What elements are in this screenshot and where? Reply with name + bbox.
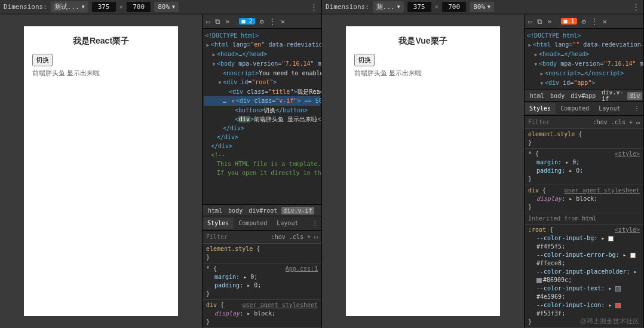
tab-computed[interactable]: Computed <box>556 103 594 114</box>
styles-tabs: StylesComputedLayout⋮ <box>203 216 321 231</box>
dom-line[interactable]: If you open it directly in the browser, … <box>204 168 320 177</box>
dom-line[interactable]: … ▼<div class="v-if"> == $0 <box>204 96 320 106</box>
more-icon[interactable]: ⋮ <box>629 103 643 114</box>
css-rule[interactable]: element.style {} <box>525 129 643 149</box>
hov-toggle[interactable]: :hov <box>593 119 608 125</box>
more-icon[interactable]: ⋮ <box>269 17 276 26</box>
right-panel: Dimensions:测... ▼375×70080% ▼⋮我是Vue栗子切换前… <box>322 0 644 328</box>
dom-line[interactable]: This HTML file is a template. <box>204 160 320 168</box>
dom-line[interactable]: <noscript>You need to enable JavaScript … <box>204 69 320 78</box>
dom-line[interactable]: <!DOCTYPE html> <box>204 31 320 40</box>
dom-line[interactable]: <div class="title">我是React栗子</div> <box>204 87 320 96</box>
zoom-dropdown[interactable]: 80% ▼ <box>470 2 494 12</box>
cls-toggle[interactable]: .cls <box>289 234 303 240</box>
elements-panel[interactable]: <!DOCTYPE html>▶<html lang="" data-redev… <box>525 29 643 90</box>
width-input[interactable]: 375 <box>92 2 116 12</box>
dom-line[interactable]: ▶<html lang="en" data-redeviation-bs-uid… <box>204 40 320 50</box>
crumb[interactable]: div.v-if <box>600 88 625 103</box>
crumb[interactable]: div.v-if <box>281 207 314 214</box>
more-icon[interactable]: ⋮ <box>632 2 640 11</box>
width-input[interactable]: 375 <box>407 2 431 12</box>
close-icon[interactable]: ✕ <box>281 17 285 26</box>
crumb[interactable]: html <box>528 92 546 100</box>
inspect-icon[interactable]: ▭ <box>528 17 532 26</box>
dom-line[interactable]: </div> <box>204 124 320 133</box>
more-icon[interactable]: ⋮ <box>591 17 598 26</box>
more-icon[interactable]: ⋮ <box>307 217 321 229</box>
dom-line[interactable]: ▼<body mpa-version="7.16.14" mpa-extensi… <box>526 59 642 69</box>
page-title: 我是Vue栗子 <box>354 36 492 47</box>
zoom-dropdown[interactable]: 80% ▼ <box>154 2 179 12</box>
styles-panel[interactable]: element.style {}<style>* {margin: ▸ 0;pa… <box>525 129 643 328</box>
device-icon[interactable]: ⧉ <box>537 17 542 26</box>
tab-styles[interactable]: Styles <box>525 103 556 114</box>
page-title: 我是React栗子 <box>32 36 170 47</box>
tab-computed[interactable]: Computed <box>234 217 272 229</box>
more-icon[interactable]: » <box>225 17 229 26</box>
dom-line[interactable]: </div> <box>204 142 320 151</box>
add-icon[interactable]: + <box>629 119 633 125</box>
css-rule[interactable]: <style>* {margin: ▸ 0;padding: ▸ 0;} <box>525 149 643 185</box>
tab-layout[interactable]: Layout <box>594 103 625 114</box>
dom-line[interactable]: ▶<html lang="" data-redeviation-bs-uid="… <box>526 40 642 50</box>
box-icon[interactable]: ▭ <box>636 119 640 125</box>
devtools: ▭⧉»■ 1⚙⋮✕<!DOCTYPE html>▶<html lang="" d… <box>524 14 643 328</box>
styles-panel[interactable]: element.style {}App.css:1* {margin: ▸ 0;… <box>203 244 321 328</box>
css-rule[interactable]: user agent stylesheetdiv {display: ▸ blo… <box>525 185 643 213</box>
devtools-toolbar: ▭⧉»■ 1⚙⋮✕ <box>525 14 643 29</box>
dom-line[interactable]: <!DOCTYPE html> <box>526 31 642 40</box>
cls-toggle[interactable]: .cls <box>611 119 625 125</box>
issues-badge[interactable]: ■ 2 <box>239 18 254 24</box>
height-input[interactable]: 700 <box>127 2 151 12</box>
add-icon[interactable]: + <box>307 234 311 240</box>
device-toolbar: Dimensions:测试... ▼375×70080% ▼⋮ <box>0 0 321 14</box>
css-rule[interactable]: App.css:1* {margin: ▸ 0;padding: ▸ 0;} <box>203 263 321 300</box>
dom-line[interactable]: ▼<div id="app"> <box>526 78 642 88</box>
filter-input[interactable] <box>206 234 236 240</box>
toggle-button[interactable]: 切换 <box>354 54 375 66</box>
device-icon[interactable]: ⧉ <box>215 17 220 26</box>
box-icon[interactable]: ▭ <box>314 234 318 240</box>
watermark: @稀土掘金技术社区 <box>580 317 639 326</box>
css-rule[interactable]: element.style {} <box>203 244 321 263</box>
crumb[interactable]: html <box>206 207 224 214</box>
gear-icon[interactable]: ⚙ <box>260 17 264 26</box>
elements-panel[interactable]: <!DOCTYPE html>▶<html lang="en" data-red… <box>203 29 321 204</box>
dom-line[interactable]: <div>前端胖头鱼 显示出来啦</div> <box>204 115 320 124</box>
issues-badge[interactable]: ■ 1 <box>561 18 576 24</box>
crumb[interactable]: body <box>548 92 566 100</box>
device-toolbar: Dimensions:测... ▼375×70080% ▼⋮ <box>322 0 643 14</box>
tab-layout[interactable]: Layout <box>272 217 303 229</box>
dom-line[interactable]: <button>切换</button> <box>204 106 320 115</box>
toggle-button[interactable]: 切换 <box>32 54 53 66</box>
crumb[interactable]: div <box>627 92 642 100</box>
preview-viewport: 我是Vue栗子切换前端胖头鱼 显示出来啦 <box>322 14 524 328</box>
more-icon[interactable]: » <box>547 17 551 26</box>
crumb[interactable]: div#root <box>247 207 279 214</box>
filter-bar: :hov.cls+▭ <box>203 231 321 244</box>
css-rule[interactable]: <style>:root {--color-input-bg: ▸ #f4f5f… <box>525 225 643 328</box>
tab-styles[interactable]: Styles <box>203 217 234 229</box>
dom-line[interactable]: ▼<body mpa-version="7.16.14" mpa-extensi… <box>204 59 320 69</box>
more-icon[interactable]: ⋮ <box>310 2 318 11</box>
hov-toggle[interactable]: :hov <box>271 234 286 240</box>
crumb[interactable]: body <box>226 207 244 214</box>
gear-icon[interactable]: ⚙ <box>582 17 586 26</box>
left-panel: Dimensions:测试... ▼375×70080% ▼⋮我是React栗子… <box>0 0 322 328</box>
crumb[interactable]: div#app <box>569 92 597 100</box>
dom-line[interactable]: ▶<head>…</head> <box>526 50 642 59</box>
device-dropdown[interactable]: 测试... ▼ <box>51 1 88 13</box>
inspect-icon[interactable]: ▭ <box>206 17 210 26</box>
styles-tabs: StylesComputedLayout⋮ <box>525 102 643 116</box>
dom-line[interactable]: ▼<div id="root"> <box>204 78 320 87</box>
device-dropdown[interactable]: 测... ▼ <box>373 1 404 13</box>
css-rule[interactable]: user agent stylesheetdiv {display: ▸ blo… <box>203 300 321 328</box>
preview-viewport: 我是React栗子切换前端胖头鱼 显示出来啦 <box>0 14 202 328</box>
dom-line[interactable]: <!-- <box>204 151 320 160</box>
dom-line[interactable]: ▶<noscript>…</noscript> <box>526 69 642 78</box>
dom-line[interactable]: </div> <box>204 133 320 142</box>
close-icon[interactable]: ✕ <box>603 17 607 26</box>
filter-input[interactable] <box>528 119 558 125</box>
dom-line[interactable]: ▶<head>…</head> <box>204 50 320 59</box>
height-input[interactable]: 700 <box>442 2 466 12</box>
